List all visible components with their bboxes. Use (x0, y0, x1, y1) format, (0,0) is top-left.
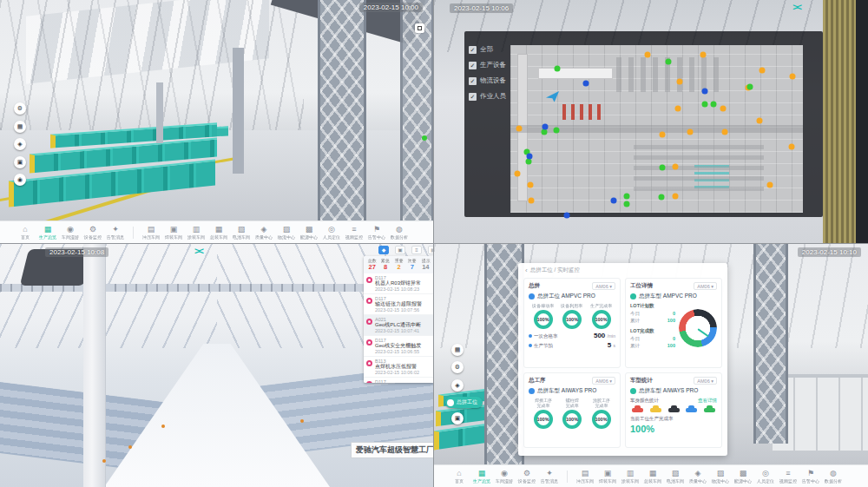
alarm-list-item[interactable]: D117 Geo线安全光栅触发 2023-02-15 10:06:55 (364, 336, 434, 357)
map-entity-dot[interactable] (722, 129, 728, 135)
map-entity-dot[interactable] (711, 101, 717, 107)
map-entity-dot[interactable] (660, 165, 666, 171)
toolbar-item[interactable]: ◈ 质量中心 (687, 469, 709, 484)
car-icon[interactable] (632, 408, 643, 412)
toolbar-item[interactable]: ▦ 总装车间 (207, 225, 230, 240)
toolbar-item[interactable]: ▦ 生产总览 (470, 469, 493, 484)
car-icon[interactable] (704, 408, 715, 412)
toolbar-item[interactable]: ▧ 电池车间 (664, 469, 687, 484)
toolbar-item[interactable]: ⚙ 设备监控 (516, 469, 538, 484)
map-entity-dot[interactable] (757, 117, 763, 123)
map-entity-dot[interactable] (666, 58, 672, 64)
map-entity-dot[interactable] (673, 164, 679, 170)
map-entity-dot[interactable] (659, 194, 665, 201)
map-entity-dot[interactable] (624, 201, 630, 207)
fullscreen-icon[interactable] (415, 23, 424, 33)
checkbox-icon[interactable] (469, 93, 477, 101)
station-marker[interactable]: ▣ (14, 156, 26, 168)
toolbar-item[interactable]: ◉ 车间漫游 (493, 469, 516, 484)
map-entity-dot[interactable] (702, 101, 708, 107)
map-entity-dot[interactable] (747, 83, 753, 89)
toolbar-item[interactable]: ▥ 涂装车间 (619, 469, 641, 484)
checkbox-icon[interactable] (469, 62, 477, 69)
toolbar-item[interactable]: ⚙ 设备监控 (82, 225, 104, 240)
layer-filter-item[interactable]: 作业人员 (469, 92, 529, 101)
back-chevron-icon[interactable]: ‹ (525, 268, 528, 273)
station-marker[interactable]: ⚙ (14, 102, 26, 115)
toolbar-item[interactable]: ▦ 生产总览 (36, 225, 59, 240)
toolbar-item[interactable]: ▦ 总装车间 (641, 469, 664, 484)
toolbar-item[interactable]: ▩ 能源中心 (732, 469, 754, 484)
toolbar-item[interactable]: ▥ 涂装车间 (185, 225, 207, 240)
map-entity-dot[interactable] (760, 67, 766, 73)
station-marker[interactable]: ▣ (451, 412, 464, 424)
map-entity-dot[interactable] (515, 171, 521, 177)
layer-filter-item[interactable]: 全部 (469, 45, 529, 54)
map-entity-dot[interactable] (583, 80, 589, 86)
alarm-list-item[interactable]: A021 Geo线PLC通讯中断 2023-02-15 10:07:41 (364, 315, 434, 336)
station-label-pill[interactable]: 总拼工位 (445, 397, 483, 408)
map-entity-dot[interactable] (687, 129, 694, 135)
toolbar-item[interactable]: ◈ 质量中心 (253, 225, 275, 240)
alarm-stat[interactable]: 次要 7 (405, 258, 418, 271)
layer-filter-item[interactable]: 物流设备 (469, 76, 529, 85)
toolbar-item[interactable]: ≡ 视频监控 (343, 225, 365, 240)
toolbar-item[interactable]: ▩ 能源中心 (298, 225, 320, 240)
map-entity-dot[interactable] (720, 105, 727, 111)
toolbar-item[interactable]: ◍ 数据分析 (388, 225, 411, 240)
toolbar-item[interactable]: ◍ 数据分析 (822, 469, 845, 484)
station-marker[interactable]: ◈ (451, 379, 464, 392)
map-entity-dot[interactable] (554, 128, 560, 134)
map-entity-dot[interactable] (624, 194, 630, 200)
station-select[interactable]: AM06 ▾ (592, 377, 615, 385)
alarm-list-item[interactable]: D117 机器人R03焊钳异常 2023-02-15 10:08:23 (364, 273, 434, 294)
map-entity-dot[interactable] (673, 194, 679, 200)
checkbox-icon[interactable] (469, 46, 477, 54)
map-entity-dot[interactable] (611, 198, 617, 204)
alarm-filter-button[interactable]: ▣ (395, 246, 405, 254)
car-icon[interactable] (686, 408, 697, 412)
map-entity-dot[interactable] (660, 131, 666, 137)
alarm-list-item[interactable]: D117 输送链张力超限报警 2023-02-15 10:07:56 (364, 294, 434, 315)
map-entity-dot[interactable] (677, 78, 683, 84)
station-marker[interactable]: ◉ (14, 174, 26, 186)
station-marker[interactable]: ◈ (14, 138, 26, 150)
car-icon[interactable] (668, 408, 680, 412)
toolbar-item[interactable]: ✦ 告警消息 (538, 469, 561, 484)
station-marker[interactable]: ▦ (451, 344, 464, 356)
map-entity-dot[interactable] (702, 88, 708, 94)
map-entity-dot[interactable] (645, 51, 651, 57)
map-entity-dot[interactable] (527, 154, 533, 160)
car-icon[interactable] (650, 408, 661, 412)
map-entity-dot[interactable] (516, 125, 523, 131)
alarm-filter-button[interactable]: ≡ (411, 246, 422, 254)
toolbar-item[interactable]: ◉ 车间漫游 (59, 225, 82, 240)
toolbar-item[interactable]: ✦ 告警消息 (104, 225, 127, 240)
map-entity-dot[interactable] (675, 106, 681, 112)
map-entity-dot[interactable] (700, 51, 707, 57)
station-marker[interactable]: ⚙ (451, 361, 464, 373)
body-color-link[interactable]: 查看详情 (698, 398, 717, 404)
station-select[interactable]: AM06 ▾ (592, 282, 615, 290)
toolbar-item[interactable]: ⚑ 告警中心 (799, 469, 822, 484)
toolbar-item[interactable]: ▤ 冲压车间 (140, 225, 162, 240)
map-entity-dot[interactable] (529, 198, 535, 204)
map-entity-dot[interactable] (767, 182, 773, 188)
map-entity-dot[interactable] (789, 144, 795, 150)
toolbar-item[interactable]: ≡ 视频监控 (777, 469, 799, 484)
toolbar-item[interactable]: ⌂ 首页 (448, 469, 470, 484)
toolbar-item[interactable]: ▤ 冲压车间 (574, 469, 596, 484)
toolbar-item[interactable]: ▧ 电池车间 (230, 225, 253, 240)
checkbox-icon[interactable] (469, 77, 477, 85)
toolbar-item[interactable]: ▨ 物流中心 (275, 225, 298, 240)
alarm-stat[interactable]: 紧急 8 (378, 258, 391, 271)
map-entity-dot[interactable] (564, 213, 570, 219)
station-select[interactable]: AM06 ▾ (694, 377, 717, 385)
toolbar-item[interactable]: ⌂ 首页 (14, 225, 36, 240)
alarm-list-item[interactable]: D117 涂胶系统胶量不足 2023-02-15 10:05:48 (364, 378, 434, 383)
alarm-filter-button[interactable]: ◆ (378, 246, 389, 254)
alarm-filter-button[interactable]: ▤ (428, 246, 434, 254)
toolbar-item[interactable]: ⚑ 告警中心 (365, 225, 388, 240)
layer-filter-item[interactable]: 生产设备 (469, 61, 529, 69)
map-entity-dot[interactable] (555, 65, 561, 71)
